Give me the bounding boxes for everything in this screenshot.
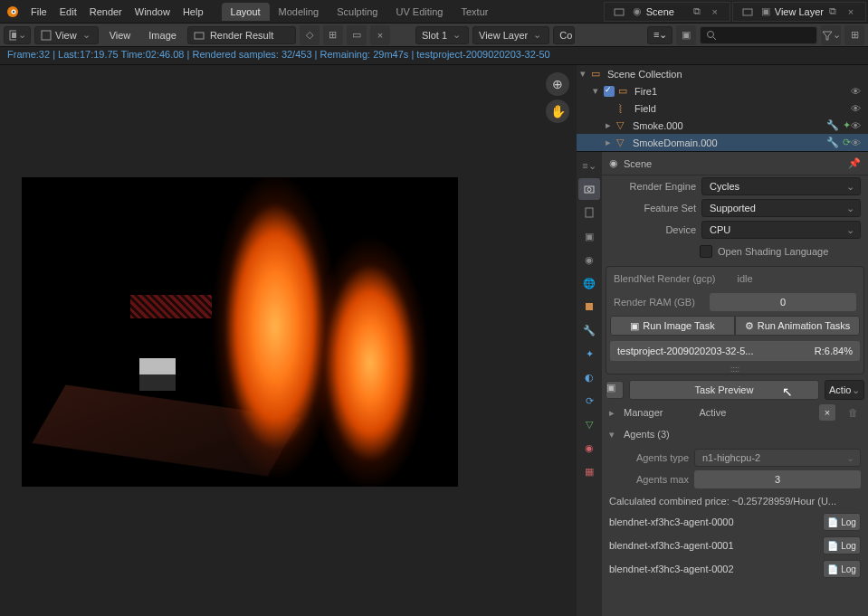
- tab-physics[interactable]: ◐: [578, 366, 600, 388]
- disclosure-icon[interactable]: ▸: [609, 407, 615, 419]
- menu-edit[interactable]: Edit: [60, 6, 77, 17]
- manager-delete-button[interactable]: 🗑: [844, 404, 861, 421]
- tab-viewlayer[interactable]: ▣: [578, 225, 600, 247]
- viewlayer-browse-icon[interactable]: [740, 5, 755, 19]
- render-ram-field[interactable]: 0: [710, 293, 856, 311]
- outliner-editor-dropdown[interactable]: ≡⌄: [647, 26, 672, 44]
- eye-icon[interactable]: 👁: [851, 120, 861, 131]
- modifier-icon[interactable]: 🔧: [826, 119, 839, 131]
- open-image-icon[interactable]: ▭: [347, 25, 367, 45]
- pan-icon[interactable]: ✋: [546, 100, 569, 123]
- task-row[interactable]: testproject-2009020203-32-5... R:6.84%: [610, 341, 860, 361]
- new-image-icon[interactable]: ⊞: [323, 25, 343, 45]
- agents-header[interactable]: ▾ Agents (3): [602, 423, 868, 445]
- device-dropdown[interactable]: CPU: [701, 221, 861, 239]
- tab-scene[interactable]: ◉: [578, 249, 600, 270]
- tab-modifier[interactable]: 🔧: [578, 319, 600, 341]
- eye-icon[interactable]: 👁: [851, 137, 861, 148]
- viewlayer-close-icon[interactable]: ×: [844, 5, 858, 19]
- menu-window[interactable]: Window: [135, 6, 170, 17]
- menu-render[interactable]: Render: [90, 6, 122, 17]
- agents-max-field[interactable]: 3: [694, 470, 861, 488]
- run-animation-tasks-button[interactable]: ⚙ Run Animation Tasks: [735, 316, 860, 336]
- osl-checkbox[interactable]: [700, 245, 712, 258]
- preview-toggle-checkbox[interactable]: ▣: [606, 381, 624, 399]
- tab-output[interactable]: [578, 202, 600, 223]
- menu-help[interactable]: Help: [183, 6, 204, 17]
- image-menu[interactable]: Image: [148, 30, 176, 41]
- tab-constraints[interactable]: ⟳: [578, 390, 600, 412]
- blendnet-panel: BlendNet Render (gcp) idle Render RAM (G…: [606, 266, 864, 374]
- outliner-display-icon[interactable]: ▣: [676, 25, 696, 45]
- modifier-icon[interactable]: 🔧: [826, 137, 839, 148]
- outliner-item-smokedomain[interactable]: ▸ ▽ SmokeDomain.000 🔧 ⟳ 👁: [577, 134, 868, 151]
- render-engine-dropdown[interactable]: Cycles: [701, 177, 861, 195]
- agent-log-button[interactable]: 📄Log: [823, 560, 861, 578]
- fake-user-icon[interactable]: ◇: [300, 25, 320, 45]
- tab-texture[interactable]: ▦: [578, 460, 600, 482]
- scene-close-icon[interactable]: ×: [708, 5, 722, 19]
- image-browse-icon[interactable]: [194, 30, 205, 41]
- tab-data[interactable]: ▽: [578, 413, 600, 435]
- disclosure-icon[interactable]: ▸: [606, 137, 616, 148]
- particles-icon[interactable]: ✦: [843, 119, 851, 131]
- outliner-item-smoke[interactable]: ▸ ▽ Smoke.000 🔧 ✦ 👁: [577, 117, 868, 134]
- viewlayer-dropdown[interactable]: ▣ View Layer ⧉ ×: [732, 2, 866, 22]
- agent-log-button[interactable]: 📄Log: [823, 513, 861, 531]
- view-menu[interactable]: View: [110, 30, 131, 41]
- scene-browse-icon[interactable]: [612, 5, 626, 19]
- tab-object[interactable]: [578, 296, 600, 317]
- editor-type-dropdown[interactable]: ⌄: [4, 26, 31, 44]
- constraint-icon[interactable]: ⟳: [843, 137, 851, 148]
- disclosure-icon[interactable]: ▾: [593, 85, 604, 97]
- eye-icon[interactable]: 👁: [851, 103, 861, 114]
- outliner-root[interactable]: ▾ ▭ Scene Collection: [577, 65, 868, 82]
- props-editor-type-dropdown[interactable]: ≡⌄: [578, 155, 600, 176]
- force-field-icon: ⦚: [618, 103, 631, 114]
- outliner-item-fire1[interactable]: ▾ ▭ Fire1 👁: [577, 82, 868, 100]
- pass-viewlayer-dropdown[interactable]: View Layer: [472, 26, 549, 44]
- collection-checkbox[interactable]: [604, 86, 615, 97]
- tab-world[interactable]: 🌐: [578, 272, 600, 294]
- disclosure-icon[interactable]: ▾: [609, 429, 615, 441]
- menu-file[interactable]: File: [31, 6, 47, 17]
- tab-particles[interactable]: ✦: [578, 343, 600, 365]
- disclosure-icon[interactable]: ▸: [606, 119, 616, 131]
- feature-set-dropdown[interactable]: Supported: [701, 199, 861, 217]
- image-editor-viewport[interactable]: ⊕ ✋: [0, 65, 577, 616]
- outliner-search[interactable]: [700, 26, 817, 44]
- view-icon: [41, 30, 52, 41]
- run-image-task-button[interactable]: ▣ Run Image Task: [610, 316, 735, 336]
- task-preview-button[interactable]: Task Preview ↖: [629, 380, 819, 400]
- collection-icon: ▭: [618, 85, 631, 97]
- zoom-icon[interactable]: ⊕: [546, 72, 569, 96]
- render-result-field[interactable]: Render Result: [187, 26, 296, 44]
- scene-dropdown[interactable]: ◉ Scene ⧉ ×: [604, 2, 730, 22]
- agent-log-button[interactable]: 📄Log: [823, 536, 861, 554]
- view-mode-dropdown[interactable]: View: [34, 26, 99, 44]
- tab-layout[interactable]: Layout: [222, 3, 270, 21]
- pass-combined-dropdown[interactable]: Co: [553, 26, 575, 44]
- action-dropdown[interactable]: Actio: [825, 380, 864, 400]
- tab-texturing[interactable]: Textur: [452, 3, 497, 21]
- outliner-item-field[interactable]: ⦚ Field 👁: [577, 100, 868, 117]
- tab-modeling[interactable]: Modeling: [270, 3, 329, 21]
- eye-icon[interactable]: 👁: [851, 86, 861, 97]
- viewlayer-copy-icon[interactable]: ⧉: [825, 5, 840, 19]
- outliner[interactable]: ▾ ▭ Scene Collection ▾ ▭ Fire1 👁 ⦚ Field…: [577, 65, 868, 152]
- scene-copy-icon[interactable]: ⧉: [690, 5, 704, 19]
- slot-dropdown[interactable]: Slot 1: [415, 26, 469, 44]
- manager-close-button[interactable]: ×: [819, 404, 835, 421]
- agents-type-dropdown[interactable]: n1-highcpu-2: [694, 449, 861, 467]
- tab-uvediting[interactable]: UV Editing: [386, 3, 452, 21]
- pin-icon[interactable]: 📌: [848, 157, 861, 169]
- filter-icon[interactable]: ⌄: [821, 25, 841, 45]
- tab-material[interactable]: ◉: [578, 437, 600, 459]
- tab-render[interactable]: [578, 178, 600, 200]
- tab-sculpting[interactable]: Sculpting: [328, 3, 386, 21]
- unlink-icon[interactable]: ×: [370, 25, 390, 45]
- manager-label: Manager: [624, 407, 663, 418]
- new-collection-icon[interactable]: ⊞: [844, 25, 864, 45]
- task-grip-icon[interactable]: ::::: [606, 365, 863, 374]
- svg-point-12: [587, 188, 591, 192]
